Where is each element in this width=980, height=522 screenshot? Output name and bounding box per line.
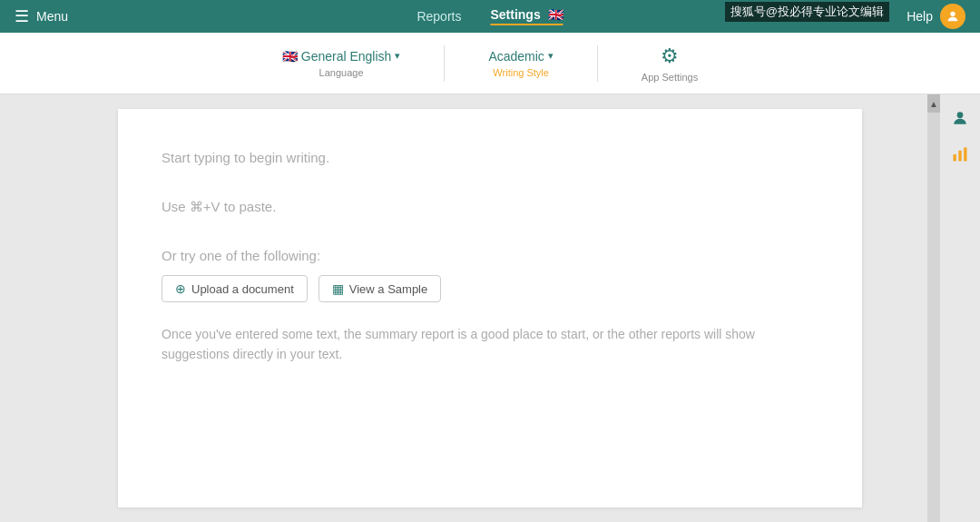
svg-rect-2 [954, 154, 956, 162]
language-sublabel: Language [319, 67, 364, 78]
writing-style-label: Academic [488, 49, 544, 64]
svg-rect-4 [964, 148, 966, 162]
scroll-up-button[interactable]: ▲ [927, 94, 940, 113]
scrollbar[interactable]: ▲ [927, 94, 940, 522]
editor-info-text: Once you've entered some text, the summa… [162, 324, 818, 365]
upload-document-button[interactable]: ⊕ Upload a document [162, 275, 308, 302]
sample-icon: ▦ [332, 281, 344, 296]
settings-divider-1 [444, 45, 445, 82]
nav-reports[interactable]: Reports [416, 9, 461, 24]
chart-sidebar-icon[interactable] [944, 138, 976, 171]
writing-style-chevron: ▾ [548, 50, 554, 62]
settings-bar: 🇬🇧 General English ▾ Language Academic ▾… [0, 33, 980, 94]
topbar-nav: Reports Settings 🇬🇧 [416, 7, 563, 25]
settings-divider-2 [597, 45, 598, 82]
placeholder-line2: Use ⌘+V to paste. [162, 194, 818, 219]
flag-icon: 🇬🇧 [282, 49, 298, 64]
upload-label: Upload a document [191, 282, 294, 296]
settings-writing-style[interactable]: Academic ▾ Writing Style [488, 49, 553, 78]
nav-settings[interactable]: Settings 🇬🇧 [490, 7, 563, 25]
placeholder-line3: Or try one of the following: [162, 243, 818, 268]
avatar[interactable] [940, 4, 965, 29]
menu-icon: ☰ [15, 6, 29, 26]
settings-language[interactable]: 🇬🇧 General English ▾ Language [282, 49, 401, 78]
writing-style-sublabel: Writing Style [493, 67, 549, 78]
menu-label: Menu [36, 9, 68, 24]
main-area: Start typing to begin writing. Use ⌘+V t… [0, 94, 980, 522]
svg-rect-3 [958, 151, 961, 162]
svg-point-0 [950, 12, 955, 16]
language-label: General English [301, 49, 392, 64]
doc-editor[interactable]: Start typing to begin writing. Use ⌘+V t… [118, 109, 862, 507]
menu-button[interactable]: ☰ Menu [15, 6, 68, 26]
svg-point-1 [957, 112, 964, 118]
placeholder-block: Start typing to begin writing. Use ⌘+V t… [162, 145, 818, 268]
topbar-right: Help [906, 4, 965, 29]
app-settings-sublabel: App Settings [642, 72, 698, 83]
person-sidebar-icon[interactable] [944, 102, 976, 134]
right-sidebar [940, 94, 980, 522]
upload-icon: ⊕ [175, 281, 186, 296]
sample-label: View a Sample [349, 282, 427, 296]
help-label[interactable]: Help [906, 9, 933, 24]
action-buttons: ⊕ Upload a document ▦ View a Sample [162, 275, 818, 302]
settings-app[interactable]: ⚙ App Settings [642, 44, 698, 83]
placeholder-line1: Start typing to begin writing. [162, 145, 818, 170]
watermark: 搜狐号@投必得专业论文编辑 [725, 2, 889, 22]
language-chevron: ▾ [395, 50, 400, 62]
topbar: ☰ Menu Reports Settings 🇬🇧 Help 搜狐号@投必得专… [0, 0, 980, 33]
gear-icon: ⚙ [661, 44, 679, 68]
view-sample-button[interactable]: ▦ View a Sample [318, 275, 441, 302]
